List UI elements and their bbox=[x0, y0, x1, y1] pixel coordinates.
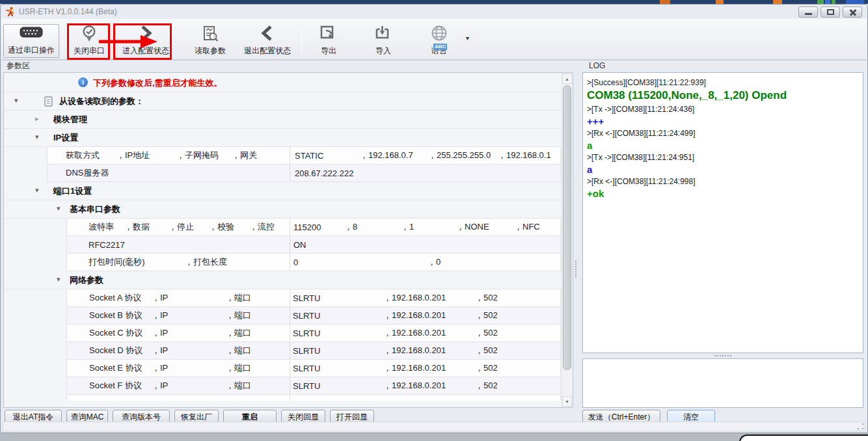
info-icon: i bbox=[78, 77, 88, 87]
param-value: 0 bbox=[293, 258, 427, 267]
splitter-grip-icon bbox=[575, 261, 577, 278]
log-entry: >[Rx <-][COM38][11:21:24:499] bbox=[587, 129, 859, 138]
log-output[interactable]: >[Success][COM38][11:21:22:939] COM38 (1… bbox=[582, 72, 863, 353]
param-value: ，192.168.0.7 bbox=[360, 150, 428, 161]
rfc2217-row[interactable]: RFC2217 ON bbox=[66, 235, 561, 254]
log-panel-header: LOG bbox=[580, 60, 866, 72]
param-label: RFC2217 bbox=[88, 240, 125, 250]
toolbar-read-params-button[interactable]: 读取参数 bbox=[189, 24, 232, 58]
scroll-down-icon[interactable]: ▼ bbox=[562, 396, 572, 407]
params-scrollbar[interactable]: ▲ ▼ bbox=[562, 74, 572, 407]
params-panel-header: 参数区 bbox=[3, 60, 573, 72]
resize-grip-icon[interactable] bbox=[858, 423, 863, 429]
socket-b-row[interactable]: Socket B 协议 ，IP ，端口 SLRTU ，192.168.0.201… bbox=[66, 306, 561, 325]
param-value: ，502 bbox=[475, 327, 498, 339]
param-value: SLRTU bbox=[293, 381, 383, 391]
log-entry: >[Tx ->][COM38][11:21:24:951] bbox=[587, 153, 859, 162]
param-row: 获取方式 ，IP地址 ，子网掩码 ，网关 STATIC ，192.168.0.7… bbox=[4, 146, 573, 165]
close-button[interactable] bbox=[843, 7, 862, 18]
socket-e-row[interactable]: Socket E 协议 ，IP ，端口 SLRTU ，192.168.0.201… bbox=[66, 359, 561, 377]
param-row: 波特率 ，数据 ，停止 ，校验 ，流控 115200 ，8 ，1 ，NONE ，… bbox=[4, 218, 573, 236]
param-value: SLRTU bbox=[293, 328, 383, 338]
toolbar-read-params-label: 读取参数 bbox=[195, 46, 226, 57]
maximize-button[interactable] bbox=[821, 7, 840, 18]
param-value: ，502 bbox=[475, 292, 498, 304]
toolbar-language-button[interactable]: ABC 语言 bbox=[420, 24, 458, 58]
toolbar-separator bbox=[301, 25, 302, 57]
param-label: ，端口 bbox=[226, 345, 251, 356]
param-value: STATIC bbox=[295, 151, 360, 161]
socket-a-row[interactable]: Socket A 协议 ，IP ，端口 SLRTU ，192.168.0.201… bbox=[66, 289, 561, 307]
port1-label[interactable]: 端口1设置 bbox=[53, 185, 92, 197]
param-row: DNS服务器 208.67.222.222 bbox=[4, 164, 573, 182]
read-params-icon bbox=[202, 25, 219, 42]
log-entry: >[Success][COM38][11:21:22:939] bbox=[587, 78, 859, 87]
param-value: ，192.168.0.201 bbox=[383, 327, 475, 339]
param-label: ，端口 bbox=[226, 310, 251, 321]
expander-icon[interactable]: ▾ bbox=[35, 133, 39, 141]
log-entry: +ok bbox=[587, 188, 859, 199]
param-value: SLRTU bbox=[293, 311, 383, 321]
dns-row[interactable]: DNS服务器 208.67.222.222 bbox=[47, 164, 561, 182]
socket-f-row[interactable]: Socket F 协议 ，IP ，端口 SLRTU ，192.168.0.201… bbox=[66, 377, 561, 395]
tree-serial-params-row[interactable]: ▾ 基本串口参数 bbox=[4, 200, 573, 219]
param-row: Socket D 协议 ，IP ，端口 SLRTU ，192.168.0.201… bbox=[4, 341, 573, 360]
expander-icon[interactable]: ▾ bbox=[57, 275, 61, 284]
packing-row[interactable]: 打包时间(毫秒) ，打包长度 0 ，0 bbox=[66, 253, 561, 271]
tree-network-params-row[interactable]: ▾ 网络参数 bbox=[4, 271, 573, 289]
expander-icon[interactable]: ▸ bbox=[35, 114, 39, 123]
tree-port1-row[interactable]: ▾ 端口1设置 bbox=[4, 182, 573, 200]
serial-params-label[interactable]: 基本串口参数 bbox=[70, 204, 120, 215]
dropdown-caret-icon[interactable]: ▾ bbox=[466, 34, 469, 42]
background-bottom-strip bbox=[0, 433, 868, 441]
toolbar-serial-op-button[interactable]: 通过串口操作 bbox=[3, 24, 59, 58]
expander-icon[interactable]: ▾ bbox=[35, 186, 39, 194]
param-label: ，停止 bbox=[169, 221, 209, 233]
restart-notice: 下列参数修改后,需重启才能生效。 bbox=[93, 77, 223, 89]
log-entry: +++ bbox=[587, 116, 859, 127]
param-value: ，192.168.0.201 bbox=[383, 292, 475, 304]
param-value: ，192.168.0.201 bbox=[383, 310, 475, 321]
params-panel: 参数区 i 下列参数修改后,需重启才能生效。 ▾ 从设备读取到的参数： bbox=[3, 60, 573, 426]
toolbar-export-button[interactable]: 导出 bbox=[310, 24, 347, 58]
screen: USR-ETH V1.0.0.144 (Beta) 通过串口操作 bbox=[0, 0, 868, 441]
minimize-button[interactable] bbox=[798, 7, 818, 18]
app-window: USR-ETH V1.0.0.144 (Beta) 通过串口操作 bbox=[0, 4, 868, 433]
param-row: Socket A 协议 ，IP ，端口 SLRTU ，192.168.0.201… bbox=[4, 289, 573, 307]
param-value: ，NFC bbox=[514, 221, 540, 233]
socket-d-row[interactable]: Socket D 协议 ，IP ，端口 SLRTU ，192.168.0.201… bbox=[66, 341, 561, 360]
param-label: ，IP bbox=[152, 345, 226, 356]
toolbar-import-label: 导入 bbox=[375, 46, 391, 57]
toolbar-import-button[interactable]: 导入 bbox=[364, 24, 402, 58]
scroll-up-icon[interactable]: ▲ bbox=[562, 74, 572, 84]
module-mgmt-label[interactable]: 模块管理 bbox=[53, 114, 87, 126]
tree-root-row[interactable]: ▾ 从设备读取到的参数： bbox=[4, 92, 573, 111]
param-value: 115200 bbox=[293, 222, 344, 232]
panel-splitter[interactable] bbox=[573, 72, 580, 420]
ip-config-row[interactable]: 获取方式 ，IP地址 ，子网掩码 ，网关 STATIC ，192.168.0.7… bbox=[47, 146, 561, 165]
socket-c-row[interactable]: Socket C 协议 ，IP ，端口 SLRTU ，192.168.0.201… bbox=[66, 324, 561, 342]
export-icon bbox=[319, 25, 338, 42]
tree-module-mgmt-row[interactable]: ▸ 模块管理 bbox=[4, 111, 573, 129]
param-value: ，8 bbox=[344, 221, 401, 233]
param-label: ，数据 bbox=[124, 221, 169, 233]
tree-root-label[interactable]: 从设备读取到的参数： bbox=[59, 96, 144, 107]
param-label: ，子网掩码 bbox=[176, 150, 232, 161]
expander-icon[interactable]: ▾ bbox=[57, 204, 61, 213]
param-label: Socket A 协议 bbox=[89, 292, 152, 304]
param-row: Socket B 协议 ，IP ，端口 SLRTU ，192.168.0.201… bbox=[4, 306, 573, 325]
log-entry: a bbox=[587, 140, 859, 151]
param-label: ，流控 bbox=[249, 221, 275, 233]
send-input[interactable] bbox=[582, 358, 863, 408]
log-splitter[interactable] bbox=[582, 353, 863, 358]
expander-icon[interactable]: ▾ bbox=[14, 96, 18, 105]
toolbar-exit-config-button[interactable]: 退出配置状态 bbox=[241, 24, 294, 58]
network-params-label[interactable]: 网络参数 bbox=[70, 274, 103, 286]
ip-settings-label[interactable]: IP设置 bbox=[53, 132, 78, 144]
param-value: ，192.168.0.1 bbox=[498, 150, 551, 161]
tree-ip-settings-row[interactable]: ▾ IP设置 bbox=[4, 129, 573, 147]
serial-config-row[interactable]: 波特率 ，数据 ，停止 ，校验 ，流控 115200 ，8 ，1 ，NONE ，… bbox=[66, 218, 561, 236]
scrollbar-thumb[interactable] bbox=[563, 85, 571, 370]
param-value: ，255.255.255.0 bbox=[428, 150, 498, 161]
toolbar-export-label: 导出 bbox=[321, 46, 336, 57]
